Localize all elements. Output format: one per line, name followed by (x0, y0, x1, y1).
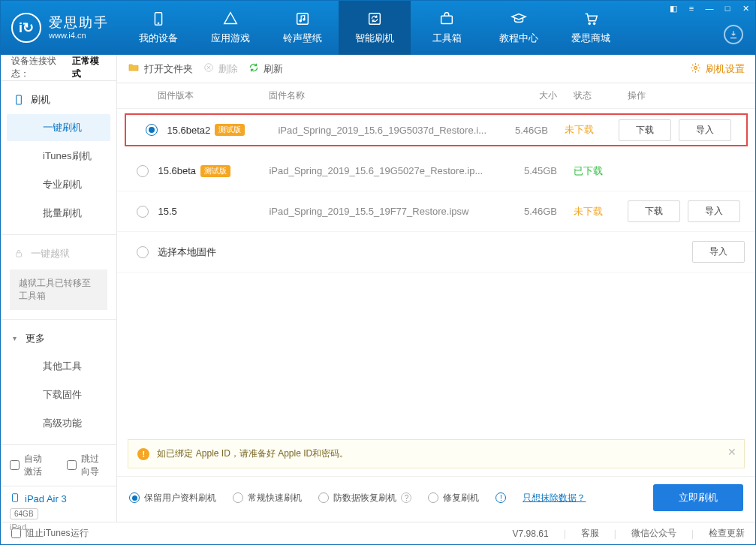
block-itunes-checkbox[interactable] (11, 528, 21, 538)
download-button[interactable]: 下载 (628, 200, 680, 222)
folder-icon (128, 62, 140, 76)
download-button[interactable]: 下载 (619, 119, 671, 141)
nav-toolbox[interactable]: 工具箱 (411, 1, 483, 55)
help-icon[interactable]: ? (401, 492, 411, 503)
refresh-button[interactable]: 刷新 (248, 62, 283, 76)
sidebar-item-other-tools[interactable]: 其他工具 (7, 353, 110, 380)
flash-now-button[interactable]: 立即刷机 (653, 484, 743, 511)
top-nav: 我的设备 应用游戏 铃声壁纸 智能刷机 工具箱 教程中心 爱思商城 (122, 1, 755, 55)
sidebar-item-batch-flash[interactable]: 批量刷机 (7, 200, 110, 227)
sidebar-group-more[interactable]: ▾ 更多 (1, 326, 116, 351)
firmware-row[interactable]: 15.5iPad_Spring_2019_15.5_19F77_Restore.… (117, 191, 755, 232)
nav-tutorial[interactable]: 教程中心 (483, 1, 555, 55)
beta-badge: 测试版 (200, 165, 230, 177)
check-update-link[interactable]: 检查更新 (709, 527, 745, 540)
svg-point-13 (694, 66, 697, 69)
radio-icon[interactable] (137, 165, 149, 177)
col-ops: 操作 (617, 89, 745, 102)
nav-my-device[interactable]: 我的设备 (122, 1, 194, 55)
app-header: i↻ 爱思助手 www.i4.cn 我的设备 应用游戏 铃声壁纸 智能刷机 工具… (1, 1, 755, 55)
radio-icon[interactable] (137, 246, 149, 258)
nav-smart-flash[interactable]: 智能刷机 (339, 1, 411, 55)
svg-rect-2 (297, 14, 309, 25)
nav-apps[interactable]: 应用游戏 (194, 1, 267, 55)
radio-icon[interactable] (137, 206, 149, 218)
erase-only-link[interactable]: 只想抹除数据？ (523, 492, 586, 504)
flash-group-icon (13, 94, 25, 106)
flash-settings-button[interactable]: 刷机设置 (690, 62, 745, 76)
col-version: 固件版本 (158, 89, 269, 102)
open-folder-button[interactable]: 打开文件夹 (128, 62, 193, 76)
gear-icon (690, 62, 701, 76)
logo-icon: i↻ (11, 13, 41, 43)
close-icon[interactable]: ✕ (739, 2, 752, 14)
radio-icon[interactable] (146, 124, 158, 136)
auto-activate-label: 自动激活 (24, 453, 50, 478)
opt-keep-data[interactable]: 保留用户资料刷机 (129, 492, 216, 504)
refresh-icon (366, 11, 383, 27)
import-button[interactable]: 导入 (688, 200, 740, 222)
customer-service-link[interactable]: 客服 (581, 527, 599, 540)
import-button[interactable]: 导入 (679, 119, 731, 141)
notice-text: 如已绑定 Apple ID，请准备好 Apple ID和密码。 (157, 447, 348, 460)
sidebar-item-oneclick-flash[interactable]: 一键刷机 (7, 114, 110, 141)
cart-icon (583, 11, 599, 27)
opt-repair[interactable]: 修复刷机 (428, 492, 479, 504)
sidebar-item-advanced[interactable]: 高级功能 (7, 410, 110, 437)
import-button[interactable]: 导入 (692, 241, 745, 263)
svg-point-7 (589, 23, 591, 25)
svg-point-1 (158, 23, 159, 24)
flash-options: 保留用户资料刷机 常规快速刷机 防数据恢复刷机? 修复刷机 ! 只想抹除数据？ … (117, 476, 755, 522)
delete-button: 删除 (203, 62, 238, 76)
app-version: V7.98.61 (513, 528, 549, 539)
col-name: 固件名称 (269, 89, 495, 102)
skip-guide-checkbox[interactable] (67, 460, 77, 470)
main-panel: 打开文件夹 删除 刷新 刷机设置 固件版本 固件名称 大小 状态 操作 (117, 55, 755, 522)
nav-ring-wallpaper[interactable]: 铃声壁纸 (267, 1, 339, 55)
window-controls: ◧ ≡ — □ ✕ (667, 2, 752, 14)
sidebar-item-pro-flash[interactable]: 专业刷机 (7, 171, 110, 198)
brand-name: 爱思助手 (49, 15, 109, 32)
skin-icon[interactable]: ◧ (667, 2, 680, 14)
minimize-icon[interactable]: — (703, 2, 716, 14)
lock-icon (13, 248, 25, 260)
delete-icon (203, 62, 214, 75)
device-icon (10, 492, 20, 505)
maximize-icon[interactable]: □ (721, 2, 734, 14)
opt-anti-recover[interactable]: 防数据恢复刷机? (318, 492, 411, 504)
phone-icon (150, 11, 167, 27)
svg-point-3 (300, 20, 302, 22)
jailbreak-moved-note: 越狱工具已转移至工具箱 (10, 269, 107, 310)
firmware-size: 5.46GB (486, 125, 548, 136)
sidebar-item-download-firmware[interactable]: 下载固件 (7, 381, 110, 408)
firmware-status: 未下载 (557, 205, 617, 218)
firmware-row[interactable]: 15.6beta2测试版iPad_Spring_2019_15.6_19G503… (126, 115, 746, 145)
auto-activate-checkbox[interactable] (10, 460, 20, 470)
block-itunes-label: 阻止iTunes运行 (26, 527, 89, 540)
menu-icon[interactable]: ≡ (685, 2, 698, 14)
col-status: 状态 (557, 89, 617, 102)
firmware-version: 15.5 (158, 206, 176, 217)
firmware-filename: iPad_Spring_2019_15.5_19F77_Restore.ipsw (269, 206, 495, 217)
firmware-version: 15.6beta2 (167, 125, 210, 136)
nav-store[interactable]: 爱思商城 (555, 1, 627, 55)
opt-normal[interactable]: 常规快速刷机 (233, 492, 302, 504)
connection-status: 设备连接状态：正常模式 (1, 55, 116, 81)
firmware-status: 未下载 (548, 123, 608, 137)
sidebar: 设备连接状态：正常模式 刷机 一键刷机 iTunes刷机 专业刷机 批量刷机 一… (1, 55, 117, 522)
download-manager-icon[interactable] (724, 25, 743, 44)
row-local-firmware[interactable]: 选择本地固件导入 (117, 232, 755, 272)
svg-rect-6 (441, 16, 453, 23)
sidebar-item-itunes-flash[interactable]: iTunes刷机 (7, 143, 110, 170)
help-icon-2[interactable]: ! (495, 492, 506, 503)
firmware-size: 5.46GB (495, 206, 557, 217)
sidebar-group-jailbreak: 一键越狱 (1, 241, 116, 266)
firmware-row[interactable]: 15.6beta测试版iPad_Spring_2019_15.6_19G5027… (117, 151, 755, 191)
svg-rect-9 (17, 95, 22, 104)
apps-icon (222, 11, 239, 27)
svg-point-4 (303, 19, 305, 21)
toolbox-icon (438, 11, 455, 27)
firmware-size: 5.45GB (495, 165, 557, 176)
notice-close-icon[interactable]: ✕ (727, 446, 736, 458)
wechat-link[interactable]: 微信公众号 (631, 527, 676, 540)
